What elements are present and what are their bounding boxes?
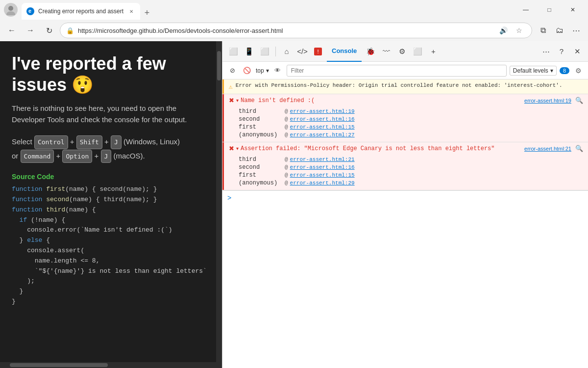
vertical-scrollbar[interactable] <box>216 41 222 368</box>
dt-console-icon[interactable]: ! <box>311 45 325 58</box>
stack-loc[interactable]: error-assert.html:21 <box>290 157 355 162</box>
code-line-3: function third(name) { <box>12 205 210 215</box>
j-key-2: J <box>101 150 112 163</box>
code-line-7: console.assert( <box>12 246 210 256</box>
dt-device-icon[interactable]: 📱 <box>242 45 256 58</box>
split-view-icon[interactable]: ⧉ <box>535 23 551 38</box>
svg-point-0 <box>8 6 13 11</box>
console-input-field[interactable] <box>234 194 583 202</box>
shift-key: Shift <box>76 135 102 149</box>
maximize-button[interactable]: □ <box>538 2 561 18</box>
stack-fn: first <box>239 124 283 131</box>
error-1: ✖ ▾ Name isn't defined :( error-assert.h… <box>222 94 588 142</box>
address-actions: 🔊 ☆ <box>496 24 526 37</box>
eye-icon[interactable]: 👁 <box>272 65 284 77</box>
or-text: or <box>12 152 18 160</box>
svg-text:!: ! <box>317 49 320 55</box>
warning-message: ⚠ Error with Permissions-Policy header: … <box>222 79 588 94</box>
stack-fn: first <box>239 172 283 179</box>
source-label: Source Code <box>12 173 210 181</box>
page-heading: I've reported a few issues 😲 <box>12 53 210 95</box>
error-2-location[interactable]: error-assert.html:21 <box>524 146 571 152</box>
error-1-header[interactable]: ✖ ▾ Name isn't defined :( error-assert.h… <box>224 94 588 106</box>
collections-icon[interactable]: 🗂 <box>552 23 567 38</box>
stack-at: @ <box>285 172 288 178</box>
stack-loc[interactable]: error-assert.html:15 <box>290 172 355 178</box>
control-key: Control <box>34 135 68 149</box>
levels-chevron: ▾ <box>550 67 553 74</box>
context-selector[interactable]: top ▾ <box>256 67 269 74</box>
levels-dropdown[interactable]: Default levels ▾ <box>510 66 557 76</box>
stack-row-1-1: third @ error-assert.html:19 <box>239 107 583 115</box>
stack-loc[interactable]: error-assert.html:19 <box>290 108 355 114</box>
filter-icon[interactable]: 🚫 <box>241 65 253 77</box>
clear-console-icon[interactable]: ⊘ <box>226 65 238 77</box>
dt-home-icon[interactable]: ⌂ <box>280 45 294 58</box>
stack-loc[interactable]: error-assert.html:29 <box>290 180 355 186</box>
stack-loc[interactable]: error-assert.html:16 <box>290 164 355 170</box>
new-tab-button[interactable]: + <box>140 6 154 20</box>
error-1-icon: ✖ <box>229 97 234 104</box>
profile-icon <box>5 4 16 15</box>
code-line-9: `"${'{name}'} is not less than eight let… <box>12 266 210 277</box>
active-tab[interactable]: Creating error reports and assert ✕ <box>22 3 140 20</box>
stack-loc[interactable]: error-assert.html:16 <box>290 116 355 122</box>
stack-row-2-4: (anonymous) @ error-assert.html:29 <box>239 179 583 187</box>
error-1-message: Name isn't defined :( <box>241 97 522 104</box>
code-line-11: } <box>12 287 210 297</box>
back-button[interactable]: ← <box>4 23 20 38</box>
console-output: ⚠ Error with Permissions-Policy header: … <box>222 79 588 368</box>
close-button[interactable]: ✕ <box>562 2 584 18</box>
refresh-button[interactable]: ↻ <box>41 23 57 38</box>
console-settings-icon[interactable]: ⚙ <box>572 65 584 77</box>
scroll-thumb-h[interactable] <box>10 363 108 367</box>
console-input-row[interactable]: > <box>222 190 588 205</box>
profile-button[interactable] <box>4 3 18 17</box>
tab-close-button[interactable]: ✕ <box>127 7 135 15</box>
j-key-1: J <box>111 135 122 149</box>
dt-sources-icon[interactable]: 🐞 <box>364 45 377 58</box>
dt-more-icon[interactable]: ⋯ <box>539 45 553 58</box>
page-subtitle: There is nothing to see here, you need t… <box>12 103 210 125</box>
window-controls: — □ ✕ <box>514 2 584 18</box>
stack-at: @ <box>285 164 288 170</box>
browser-window: Creating error reports and assert ✕ + — … <box>0 0 588 368</box>
dt-performance-icon[interactable]: ⚙ <box>395 45 409 58</box>
edge-logo-icon <box>26 7 34 15</box>
dt-elements-icon[interactable]: ⬜ <box>258 45 271 58</box>
stack-row-2-3: first @ error-assert.html:15 <box>239 171 583 179</box>
dt-help-icon[interactable]: ? <box>555 45 568 58</box>
scroll-thumb-v[interactable] <box>217 51 221 80</box>
more-button[interactable]: ⋯ <box>568 23 584 38</box>
error-1-location[interactable]: error-assert.html:19 <box>524 98 571 104</box>
dt-more-tools-icon[interactable]: + <box>426 45 440 58</box>
error-2-search-icon[interactable]: 🔍 <box>575 145 583 152</box>
filter-input[interactable] <box>287 65 507 77</box>
stack-loc[interactable]: error-assert.html:27 <box>290 132 355 138</box>
error-2-header[interactable]: ✖ ▾ Assertion failed: "Microsoft Edge Ca… <box>224 142 588 155</box>
dt-memory-icon[interactable]: ⬜ <box>411 45 424 58</box>
browser-toolbar: ⧉ 🗂 ⋯ <box>535 23 584 38</box>
dt-inspect-icon[interactable]: ⬜ <box>226 45 240 58</box>
address-field[interactable]: 🔒 https://microsoftedge.github.io/Demos/… <box>60 23 532 38</box>
error-2-toggle[interactable]: ▾ <box>236 146 239 151</box>
dt-code-icon[interactable]: </> <box>295 45 309 58</box>
code-block: function first(name) { second(name); } f… <box>12 184 210 307</box>
stack-row-1-3: first @ error-assert.html:15 <box>239 123 583 131</box>
star-icon[interactable]: ☆ <box>512 24 526 37</box>
stack-loc[interactable]: error-assert.html:15 <box>290 124 355 130</box>
read-aloud-icon[interactable]: 🔊 <box>496 24 510 37</box>
dt-close-icon[interactable]: ✕ <box>570 45 584 58</box>
stack-fn: second <box>239 164 283 171</box>
error-1-search-icon[interactable]: 🔍 <box>575 97 583 104</box>
svg-point-1 <box>6 11 15 15</box>
forward-button[interactable]: → <box>23 23 38 38</box>
console-tab[interactable]: Console <box>327 41 362 62</box>
error-1-toggle[interactable]: ▾ <box>236 98 239 103</box>
dt-network-icon[interactable]: 〰 <box>379 45 393 58</box>
minimize-button[interactable]: — <box>514 2 537 18</box>
horizontal-scrollbar[interactable] <box>0 362 216 368</box>
main-content: I've reported a few issues 😲 There is no… <box>0 41 588 368</box>
webpage-content: I've reported a few issues 😲 There is no… <box>0 41 222 319</box>
stack-row-2-1: third @ error-assert.html:21 <box>239 156 583 163</box>
